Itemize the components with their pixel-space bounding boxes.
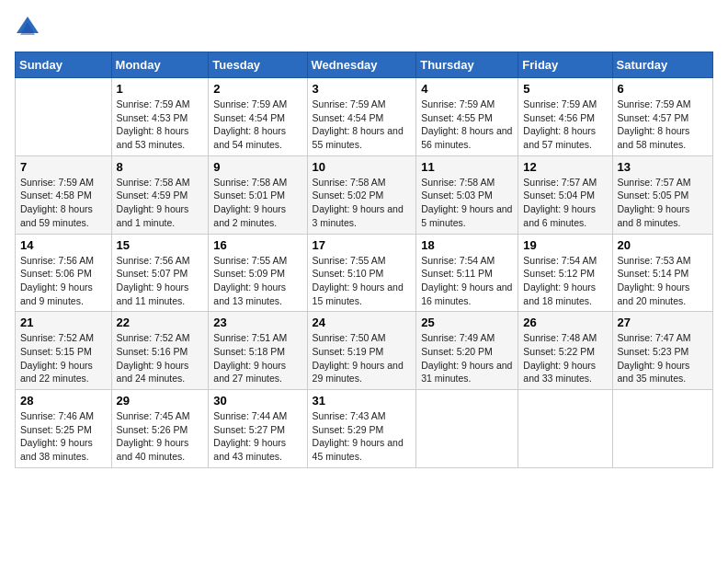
day-info: Sunrise: 7:58 AMSunset: 5:01 PMDaylight:… <box>213 176 301 230</box>
day-number: 22 <box>117 316 204 329</box>
day-number: 31 <box>313 394 412 408</box>
day-number: 2 <box>213 82 301 96</box>
day-info: Sunrise: 7:43 AMSunset: 5:29 PMDaylight:… <box>313 409 412 464</box>
weekday-header-thursday: Thursday <box>416 52 518 78</box>
day-number: 30 <box>213 394 301 408</box>
calendar-cell: 18 Sunrise: 7:54 AMSunset: 5:11 PMDaylig… <box>416 234 518 312</box>
calendar-cell: 15 Sunrise: 7:56 AMSunset: 5:07 PMDaylig… <box>111 234 209 312</box>
calendar-cell: 9 Sunrise: 7:58 AMSunset: 5:01 PMDayligh… <box>209 155 307 234</box>
weekday-header-tuesday: Tuesday <box>209 52 307 78</box>
day-number: 6 <box>618 82 708 96</box>
calendar-cell: 30 Sunrise: 7:44 AMSunset: 5:27 PMDaylig… <box>209 390 307 468</box>
day-number: 20 <box>618 238 708 252</box>
weekday-header-saturday: Saturday <box>612 52 712 78</box>
calendar-cell: 26 Sunrise: 7:48 AMSunset: 5:22 PMDaylig… <box>518 312 612 390</box>
day-number: 19 <box>523 238 607 252</box>
weekday-header-sunday: Sunday <box>16 52 112 78</box>
calendar-cell: 2 Sunrise: 7:59 AMSunset: 4:54 PMDayligh… <box>209 78 307 156</box>
calendar-cell: 17 Sunrise: 7:55 AMSunset: 5:10 PMDaylig… <box>307 234 416 312</box>
day-number: 5 <box>523 82 607 96</box>
day-number: 21 <box>20 316 107 329</box>
calendar-cell: 10 Sunrise: 7:58 AMSunset: 5:02 PMDaylig… <box>307 155 416 234</box>
day-info: Sunrise: 7:49 AMSunset: 5:20 PMDaylight:… <box>421 331 513 385</box>
day-number: 8 <box>117 160 204 174</box>
day-number: 10 <box>313 160 412 174</box>
calendar-cell: 29 Sunrise: 7:45 AMSunset: 5:26 PMDaylig… <box>111 390 209 468</box>
calendar-table: SundayMondayTuesdayWednesdayThursdayFrid… <box>15 52 713 468</box>
calendar-cell: 6 Sunrise: 7:59 AMSunset: 4:57 PMDayligh… <box>612 78 712 156</box>
day-number: 11 <box>421 160 513 174</box>
day-info: Sunrise: 7:57 AMSunset: 5:05 PMDaylight:… <box>618 176 708 230</box>
calendar-cell: 20 Sunrise: 7:53 AMSunset: 5:14 PMDaylig… <box>612 234 712 312</box>
calendar-cell: 22 Sunrise: 7:52 AMSunset: 5:16 PMDaylig… <box>111 312 209 390</box>
day-info: Sunrise: 7:58 AMSunset: 5:02 PMDaylight:… <box>313 176 412 230</box>
calendar-cell: 24 Sunrise: 7:50 AMSunset: 5:19 PMDaylig… <box>307 312 416 390</box>
day-number: 12 <box>523 160 607 174</box>
calendar-cell: 31 Sunrise: 7:43 AMSunset: 5:29 PMDaylig… <box>307 390 416 468</box>
day-number: 1 <box>117 82 204 96</box>
day-number: 14 <box>20 238 107 252</box>
calendar-cell: 4 Sunrise: 7:59 AMSunset: 4:55 PMDayligh… <box>416 78 518 156</box>
day-number: 27 <box>618 316 708 329</box>
calendar-cell: 28 Sunrise: 7:46 AMSunset: 5:25 PMDaylig… <box>16 390 112 468</box>
day-info: Sunrise: 7:55 AMSunset: 5:09 PMDaylight:… <box>213 254 301 308</box>
day-info: Sunrise: 7:47 AMSunset: 5:23 PMDaylight:… <box>618 331 708 385</box>
calendar-cell: 27 Sunrise: 7:47 AMSunset: 5:23 PMDaylig… <box>612 312 712 390</box>
day-info: Sunrise: 7:54 AMSunset: 5:12 PMDaylight:… <box>523 254 607 308</box>
calendar-cell: 14 Sunrise: 7:56 AMSunset: 5:06 PMDaylig… <box>16 234 112 312</box>
page-header <box>15 15 713 40</box>
day-number: 23 <box>213 316 301 329</box>
day-number: 18 <box>421 238 513 252</box>
calendar-cell: 5 Sunrise: 7:59 AMSunset: 4:56 PMDayligh… <box>518 78 612 156</box>
day-number: 24 <box>313 316 412 329</box>
day-info: Sunrise: 7:59 AMSunset: 4:56 PMDaylight:… <box>523 98 607 152</box>
weekday-header-monday: Monday <box>111 52 209 78</box>
day-info: Sunrise: 7:59 AMSunset: 4:55 PMDaylight:… <box>421 98 513 152</box>
day-number: 16 <box>213 238 301 252</box>
logo-icon <box>15 15 40 40</box>
day-info: Sunrise: 7:52 AMSunset: 5:15 PMDaylight:… <box>20 331 107 385</box>
calendar-cell: 25 Sunrise: 7:49 AMSunset: 5:20 PMDaylig… <box>416 312 518 390</box>
day-number: 26 <box>523 316 607 329</box>
day-info: Sunrise: 7:45 AMSunset: 5:26 PMDaylight:… <box>117 409 204 464</box>
calendar-cell: 8 Sunrise: 7:58 AMSunset: 4:59 PMDayligh… <box>111 155 209 234</box>
day-info: Sunrise: 7:46 AMSunset: 5:25 PMDaylight:… <box>20 409 107 464</box>
day-number: 7 <box>20 160 107 174</box>
calendar-cell: 3 Sunrise: 7:59 AMSunset: 4:54 PMDayligh… <box>307 78 416 156</box>
calendar-cell: 19 Sunrise: 7:54 AMSunset: 5:12 PMDaylig… <box>518 234 612 312</box>
day-info: Sunrise: 7:50 AMSunset: 5:19 PMDaylight:… <box>313 331 412 385</box>
day-info: Sunrise: 7:53 AMSunset: 5:14 PMDaylight:… <box>618 254 708 308</box>
day-info: Sunrise: 7:59 AMSunset: 4:53 PMDaylight:… <box>117 98 204 152</box>
calendar-cell: 1 Sunrise: 7:59 AMSunset: 4:53 PMDayligh… <box>111 78 209 156</box>
day-info: Sunrise: 7:54 AMSunset: 5:11 PMDaylight:… <box>421 254 513 308</box>
day-number: 15 <box>117 238 204 252</box>
day-info: Sunrise: 7:57 AMSunset: 5:04 PMDaylight:… <box>523 176 607 230</box>
day-info: Sunrise: 7:59 AMSunset: 4:57 PMDaylight:… <box>618 98 708 152</box>
calendar-cell: 21 Sunrise: 7:52 AMSunset: 5:15 PMDaylig… <box>16 312 112 390</box>
day-info: Sunrise: 7:52 AMSunset: 5:16 PMDaylight:… <box>117 331 204 385</box>
day-number: 13 <box>618 160 708 174</box>
day-info: Sunrise: 7:59 AMSunset: 4:58 PMDaylight:… <box>20 176 107 230</box>
day-info: Sunrise: 7:55 AMSunset: 5:10 PMDaylight:… <box>313 254 412 308</box>
logo <box>15 15 44 40</box>
day-info: Sunrise: 7:44 AMSunset: 5:27 PMDaylight:… <box>213 409 301 464</box>
day-info: Sunrise: 7:48 AMSunset: 5:22 PMDaylight:… <box>523 331 607 385</box>
calendar-cell <box>612 390 712 468</box>
calendar-cell: 11 Sunrise: 7:58 AMSunset: 5:03 PMDaylig… <box>416 155 518 234</box>
day-number: 9 <box>213 160 301 174</box>
day-info: Sunrise: 7:56 AMSunset: 5:07 PMDaylight:… <box>117 254 204 308</box>
calendar-cell <box>16 78 112 156</box>
calendar-cell <box>416 390 518 468</box>
day-number: 25 <box>421 316 513 329</box>
day-number: 4 <box>421 82 513 96</box>
day-info: Sunrise: 7:59 AMSunset: 4:54 PMDaylight:… <box>313 98 412 152</box>
day-info: Sunrise: 7:59 AMSunset: 4:54 PMDaylight:… <box>213 98 301 152</box>
calendar-cell: 13 Sunrise: 7:57 AMSunset: 5:05 PMDaylig… <box>612 155 712 234</box>
day-info: Sunrise: 7:56 AMSunset: 5:06 PMDaylight:… <box>20 254 107 308</box>
day-number: 17 <box>313 238 412 252</box>
calendar-cell: 16 Sunrise: 7:55 AMSunset: 5:09 PMDaylig… <box>209 234 307 312</box>
day-number: 29 <box>117 394 204 408</box>
calendar-cell: 7 Sunrise: 7:59 AMSunset: 4:58 PMDayligh… <box>16 155 112 234</box>
day-info: Sunrise: 7:51 AMSunset: 5:18 PMDaylight:… <box>213 331 301 385</box>
weekday-header-wednesday: Wednesday <box>307 52 416 78</box>
